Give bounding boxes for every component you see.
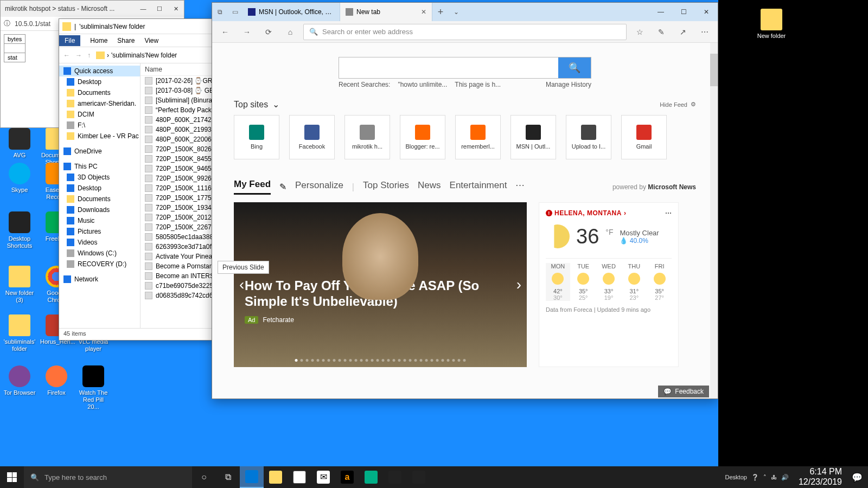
forward-button[interactable]: → <box>238 23 256 41</box>
file-item[interactable]: [2017-02-26] ⌚GROW <box>141 76 212 86</box>
side-downloads[interactable]: Downloads <box>59 204 140 215</box>
side-pictures[interactable]: Pictures <box>59 226 140 237</box>
desktop-icon-newfolder3[interactable]: New folder (3) <box>3 266 36 304</box>
side-thispc[interactable]: This PC <box>59 161 140 172</box>
side-d[interactable]: RECOVERY (D:) <box>59 259 140 269</box>
home-button[interactable]: ⌂ <box>282 23 299 41</box>
file-item[interactable]: 6263993ce3d71a0fc34 <box>141 242 212 252</box>
file-item[interactable]: d06835d89c742cd6c6 <box>141 291 212 300</box>
topsites-label[interactable]: Top sites ⌄ <box>234 99 279 110</box>
tray-chevron-icon[interactable]: ˄ <box>763 474 767 481</box>
scrollbar[interactable] <box>710 43 718 399</box>
tab-myfeed[interactable]: My Feed <box>234 179 271 195</box>
carousel-dot[interactable] <box>409 359 412 362</box>
carousel-dot[interactable] <box>306 359 309 362</box>
file-item[interactable]: 720P_1500K_84553661 <box>141 154 212 164</box>
carousel-dot[interactable] <box>339 359 341 362</box>
side-videos[interactable]: Videos <box>59 237 140 248</box>
nav-up[interactable]: ↑ <box>87 52 91 59</box>
ribbon-home[interactable]: Home <box>90 37 107 44</box>
file-item[interactable]: 5805805ec1daa38803c <box>141 232 212 242</box>
tab-more[interactable]: ⋯ <box>515 179 525 194</box>
carousel-dot[interactable] <box>349 359 352 362</box>
desktop-icon-shortcuts[interactable]: Desktop Shortcuts <box>3 211 36 249</box>
topsite-tile[interactable]: Gmail <box>621 115 667 159</box>
desktop-icon-avg[interactable]: AVG <box>3 128 36 159</box>
carousel-dot[interactable] <box>458 359 461 362</box>
file-item[interactable]: 720P_1500K_22678265 <box>141 222 212 232</box>
new-tab-button[interactable]: + <box>432 3 449 21</box>
carousel-dot[interactable] <box>452 359 455 362</box>
taskbar-amazon[interactable]: a <box>335 466 359 488</box>
topsite-tile[interactable]: Upload to I... <box>566 115 611 159</box>
edge-setaside-icon[interactable]: ⧉ <box>212 3 227 21</box>
carousel-dot[interactable] <box>355 359 358 362</box>
topsite-tile[interactable]: MSN | Outl... <box>510 115 556 159</box>
file-item[interactable]: 720P_1500K_80261821 <box>141 144 212 154</box>
recent-1[interactable]: "howto unlimite... <box>398 81 447 88</box>
nav-fwd[interactable]: → <box>75 52 82 59</box>
weather-card[interactable]: !HELENA, MONTANA › ⋯ 36 °F Mostly Clear … <box>539 202 679 367</box>
taskbar-explorer[interactable] <box>264 466 288 488</box>
carousel-dot[interactable] <box>382 359 385 362</box>
taskbar-clock[interactable]: 6:14 PM 12/23/2019 <box>794 466 846 488</box>
topsite-tile[interactable]: Facebook <box>289 115 335 159</box>
forecast-day[interactable]: TUE35°25° <box>571 263 596 301</box>
file-item[interactable]: c71be69075de32256c <box>141 281 212 291</box>
tab-news[interactable]: News <box>418 180 441 194</box>
close-icon[interactable]: ✕ <box>421 8 426 16</box>
side-onedrive[interactable]: OneDrive <box>59 146 140 157</box>
tray-network-icon[interactable]: 🖧 <box>771 474 777 480</box>
side-music[interactable]: Music <box>59 215 140 226</box>
file-item[interactable]: “Perfect Body Packag <box>141 105 212 115</box>
carousel-dot[interactable] <box>322 359 325 362</box>
prev-slide[interactable]: ‹ <box>239 276 244 293</box>
edge-close[interactable]: ✕ <box>695 3 718 21</box>
address-bar[interactable]: 🔍 Search or enter web address <box>303 24 627 40</box>
file-item[interactable]: [Subliminal] (Binural <box>141 95 212 105</box>
side-americavr[interactable]: americavr-Sheridan. <box>59 98 140 109</box>
file-item[interactable]: 720P_1500K_19346002 <box>141 203 212 213</box>
carousel-dot[interactable] <box>463 359 466 362</box>
ie-minimize[interactable]: — <box>135 3 151 15</box>
taskbar-mail[interactable]: ✉ <box>311 466 335 488</box>
topsite-tile[interactable]: rememberl... <box>455 115 501 159</box>
taskbar-edge[interactable] <box>240 466 264 488</box>
tray-volume-icon[interactable]: 🔊 <box>781 474 789 481</box>
file-item[interactable]: 480P_600K_219935181 <box>141 125 212 134</box>
ie-titlebar[interactable]: mikrotik hotspot > status - Microsoft ..… <box>1 1 184 17</box>
search-input[interactable] <box>339 57 558 78</box>
carousel-dot[interactable] <box>436 359 439 362</box>
side-desktop[interactable]: Desktop <box>59 76 140 87</box>
taskbar-search[interactable]: 🔍Type here to search <box>24 466 192 488</box>
carousel-dot[interactable] <box>442 359 444 362</box>
desktop-icon-tor[interactable]: Tor Browser <box>3 365 36 396</box>
topsite-tile[interactable]: Blogger: re... <box>400 115 445 159</box>
carousel-dot[interactable] <box>295 359 298 362</box>
tray-help-icon[interactable]: ❔ <box>751 474 759 481</box>
ribbon-view[interactable]: View <box>144 37 158 44</box>
ribbon-file[interactable]: File <box>59 35 80 46</box>
taskbar-app1[interactable] <box>383 466 407 488</box>
file-item[interactable]: 480P_600K_217427871 <box>141 115 212 125</box>
desktop-icon-subliminals[interactable]: 'subliminals' folder <box>3 314 36 352</box>
file-item[interactable]: 720P_1500K_20128354 <box>141 213 212 222</box>
taskbar-app2[interactable] <box>407 466 431 488</box>
side-dcim[interactable]: DCIM <box>59 109 140 120</box>
edge-tablist-icon[interactable]: ▭ <box>227 3 242 21</box>
side-c[interactable]: Windows (C:) <box>59 248 140 259</box>
tab-topstories[interactable]: Top Stories <box>363 180 409 194</box>
weather-menu[interactable]: ⋯ <box>665 209 672 217</box>
file-item[interactable]: 720P_1500K_17751856 <box>141 193 212 203</box>
col-name[interactable]: Name <box>141 63 212 76</box>
side-network[interactable]: Network <box>59 274 140 285</box>
forecast-day[interactable]: THU31°23° <box>622 263 646 301</box>
explorer-titlebar[interactable]: | 'subliminals'New folder <box>59 19 212 34</box>
tab-entertainment[interactable]: Entertainment <box>450 180 507 194</box>
tab-newtab[interactable]: New tab✕ <box>340 3 432 21</box>
topsite-tile[interactable]: mikrotik h... <box>344 115 390 159</box>
feedback-button[interactable]: 💬 Feedback <box>658 386 709 397</box>
carousel-dot[interactable] <box>376 359 379 362</box>
side-documents2[interactable]: Documents <box>59 194 140 204</box>
share-button[interactable]: ↗ <box>674 23 692 41</box>
